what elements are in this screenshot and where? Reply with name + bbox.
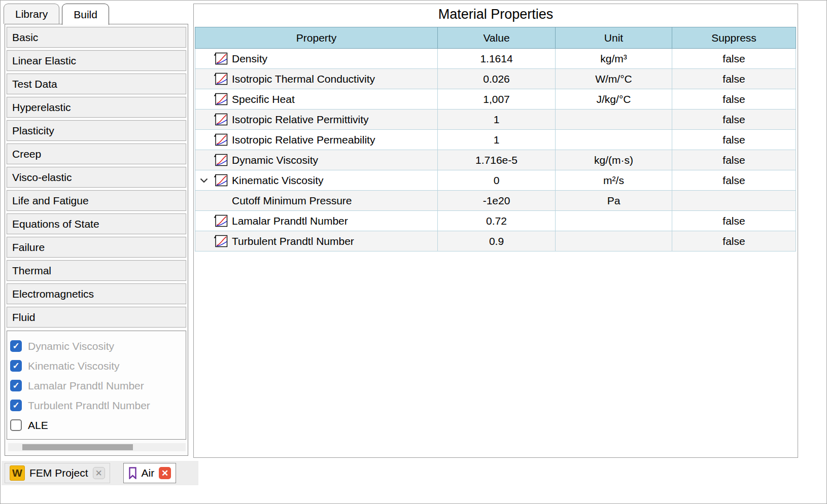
column-header-property[interactable]: Property — [195, 27, 438, 49]
chart-icon — [214, 235, 228, 247]
value-cell[interactable]: 0.9 — [438, 231, 556, 251]
column-header-suppress[interactable]: Suppress — [672, 27, 796, 49]
fluid-option-label: Dynamic Viscosity — [28, 340, 114, 352]
unit-cell[interactable]: kg/m³ — [556, 49, 672, 69]
unit-cell[interactable]: J/kg/°C — [556, 89, 672, 110]
doc-tab-air[interactable]: Air ✕ — [123, 463, 177, 483]
category-plasticity[interactable]: Plasticity — [7, 120, 186, 141]
category-failure[interactable]: Failure — [7, 237, 186, 258]
chart-icon — [214, 52, 228, 65]
value-cell[interactable]: 1.716e-5 — [438, 150, 556, 170]
table-row[interactable]: Dynamic Viscosity 1.716e-5 kg/(m·s) fals… — [195, 150, 796, 170]
category-visco-elastic[interactable]: Visco-elastic — [7, 167, 186, 188]
category-fluid[interactable]: Fluid — [7, 307, 186, 328]
suppress-cell[interactable]: false — [672, 69, 796, 89]
category-linear-elastic[interactable]: Linear Elastic — [7, 50, 186, 71]
table-row[interactable]: Density 1.1614 kg/m³ false — [195, 49, 796, 69]
category-basic[interactable]: Basic — [7, 27, 186, 48]
category-label: Creep — [12, 148, 41, 160]
table-row[interactable]: Isotropic Relative Permeability 1 false — [195, 130, 796, 150]
fluid-option[interactable]: Lamalar Prandtl Number — [10, 376, 183, 395]
unit-cell[interactable] — [556, 130, 672, 150]
unit-cell[interactable]: Pa — [556, 191, 672, 211]
category-label: Thermal — [12, 265, 51, 277]
suppress-cell[interactable]: false — [672, 170, 796, 191]
column-header-value[interactable]: Value — [438, 27, 556, 49]
value-cell[interactable]: 1 — [438, 130, 556, 150]
tab-build[interactable]: Build — [62, 4, 109, 25]
close-icon[interactable]: ✕ — [159, 467, 171, 479]
category-label: Hyperelastic — [12, 101, 71, 114]
suppress-cell[interactable]: false — [672, 49, 796, 69]
doc-tab-fem-project[interactable]: W FEM Project ✕ — [5, 463, 110, 483]
chart-icon — [214, 73, 228, 85]
suppress-cell[interactable]: false — [672, 110, 796, 130]
category-label: Equations of State — [12, 218, 99, 230]
value-cell[interactable]: 0 — [438, 170, 556, 191]
unit-cell[interactable]: W/m/°C — [556, 69, 672, 89]
value-cell[interactable]: -1e20 — [438, 191, 556, 211]
category-life-and-fatigue[interactable]: Life and Fatigue — [7, 190, 186, 211]
horizontal-scrollbar[interactable] — [8, 443, 186, 451]
suppress-cell[interactable]: false — [672, 130, 796, 150]
property-cell: Dynamic Viscosity — [195, 150, 438, 170]
category-thermal[interactable]: Thermal — [7, 260, 186, 281]
chart-icon — [214, 154, 228, 166]
table-row[interactable]: Cutoff Minimum Pressure -1e20 Pa — [195, 191, 796, 211]
checkbox[interactable] — [10, 400, 22, 411]
checkbox[interactable] — [10, 419, 22, 431]
category-label: Basic — [12, 31, 38, 44]
property-name: Lamalar Prandtl Number — [232, 215, 348, 227]
category-hyperelastic[interactable]: Hyperelastic — [7, 97, 186, 118]
category-test-data[interactable]: Test Data — [7, 74, 186, 94]
suppress-cell[interactable]: false — [672, 150, 796, 170]
table-row[interactable]: Kinematic Viscosity 0 m²/s false — [195, 170, 796, 191]
fluid-options-panel: Dynamic Viscosity Kinematic Viscosity La… — [7, 331, 186, 440]
column-header-unit[interactable]: Unit — [556, 27, 672, 49]
unit-cell[interactable] — [556, 231, 672, 251]
fluid-option[interactable]: ALE — [10, 415, 183, 435]
tab-library[interactable]: Library — [4, 4, 59, 24]
checkbox[interactable] — [10, 360, 22, 372]
checkbox[interactable] — [10, 380, 22, 391]
fluid-option[interactable]: Kinematic Viscosity — [10, 356, 183, 376]
value-cell[interactable]: 0.026 — [438, 69, 556, 89]
workbench-w-icon: W — [10, 465, 25, 481]
chart-icon — [214, 93, 228, 105]
table-row[interactable]: Isotropic Relative Permittivity 1 false — [195, 110, 796, 130]
value-cell[interactable]: 1 — [438, 110, 556, 130]
value-cell[interactable]: 1,007 — [438, 89, 556, 110]
page-title: Material Properties — [194, 7, 798, 22]
category-creep[interactable]: Creep — [7, 143, 186, 164]
chevron-down-icon[interactable] — [198, 178, 210, 183]
fluid-option[interactable]: Dynamic Viscosity — [10, 336, 183, 356]
tab-build-label: Build — [74, 9, 97, 21]
suppress-cell[interactable] — [672, 191, 796, 211]
table-row[interactable]: Isotropic Thermal Conductivity 0.026 W/m… — [195, 69, 796, 89]
value-cell[interactable]: 1.1614 — [438, 49, 556, 69]
table-row[interactable]: Lamalar Prandtl Number 0.72 false — [195, 211, 796, 231]
close-icon[interactable]: ✕ — [93, 467, 105, 479]
table-row[interactable]: Turbulent Prandtl Number 0.9 false — [195, 231, 796, 251]
checkbox[interactable] — [10, 340, 22, 352]
unit-cell[interactable] — [556, 211, 672, 231]
property-name: Density — [232, 53, 267, 65]
table-row[interactable]: Specific Heat 1,007 J/kg/°C false — [195, 89, 796, 110]
chart-icon — [214, 214, 228, 227]
scrollbar-thumb[interactable] — [22, 444, 133, 450]
category-equations-of-state[interactable]: Equations of State — [7, 213, 186, 234]
unit-cell[interactable]: kg/(m·s) — [556, 150, 672, 170]
category-electromagnetics[interactable]: Electromagnetics — [7, 283, 186, 304]
sidebar: Basic Linear Elastic Test Data Hyperelas… — [5, 24, 188, 456]
unit-cell[interactable] — [556, 110, 672, 130]
suppress-cell[interactable]: false — [672, 231, 796, 251]
table-header-row: Property Value Unit Suppress — [195, 27, 796, 49]
suppress-cell[interactable]: false — [672, 89, 796, 110]
unit-cell[interactable]: m²/s — [556, 170, 672, 191]
value-cell[interactable]: 0.72 — [438, 211, 556, 231]
fluid-option[interactable]: Turbulent Prandtl Number — [10, 395, 183, 415]
chart-icon — [214, 133, 228, 146]
suppress-cell[interactable]: false — [672, 211, 796, 231]
property-cell: Turbulent Prandtl Number — [195, 231, 438, 251]
property-name: Isotropic Thermal Conductivity — [232, 73, 375, 85]
